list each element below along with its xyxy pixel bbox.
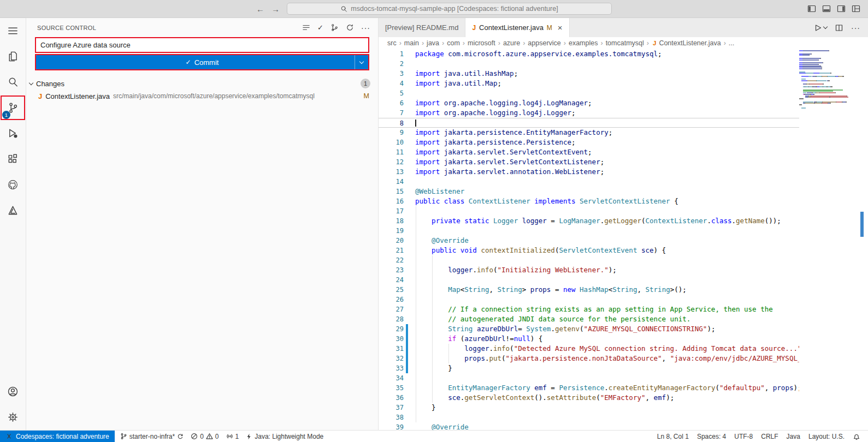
tab-readme-preview[interactable]: [Preview] README.md [379, 18, 465, 37]
code-line-39[interactable]: 39 @Override [379, 422, 799, 430]
remote-indicator[interactable]: Codespaces: fictional adventure [0, 431, 115, 442]
code-line-22[interactable]: 22 [379, 255, 799, 265]
code-line-25[interactable]: 25 Map<String, String> props = new HashM… [379, 285, 799, 295]
toggle-sidebar-icon[interactable] [807, 4, 816, 13]
java-mode-status[interactable]: Java: Lightweight Mode [246, 433, 323, 440]
minimap[interactable] [799, 49, 860, 430]
activity-run-debug[interactable] [0, 121, 26, 146]
code-line-4[interactable]: 4import java.util.Map; [379, 79, 799, 88]
back-button[interactable]: ← [256, 4, 264, 14]
encoding[interactable]: UTF-8 [734, 433, 753, 440]
cursor-position[interactable]: Ln 8, Col 1 [657, 433, 689, 440]
editor-more-actions-icon[interactable]: ··· [851, 23, 860, 32]
breadcrumb-separator: › [599, 39, 604, 47]
view-as-list-icon[interactable] [302, 23, 310, 32]
breadcrumb-item[interactable]: appservice [528, 39, 560, 47]
code-line-7[interactable]: 7import org.apache.logging.log4j.Logger; [379, 108, 799, 118]
code-line-14[interactable]: 14 [379, 177, 799, 187]
breadcrumb-item[interactable]: examples [569, 39, 598, 47]
toggle-secondary-sidebar-icon[interactable] [837, 4, 846, 13]
commit-dropdown[interactable] [355, 55, 368, 69]
activity-github[interactable] [0, 172, 26, 198]
notifications-bell-icon[interactable] [853, 433, 860, 440]
code-line-18[interactable]: 18 private static Logger logger = LogMan… [379, 216, 799, 226]
code-line-16[interactable]: 16public class ContextListener implement… [379, 196, 799, 206]
code-line-35[interactable]: 35 EntityManagerFactory emf = Persistenc… [379, 383, 799, 393]
code-line-10[interactable]: 10import jakarta.persistence.Persistence… [379, 138, 799, 147]
scrollbar[interactable] [860, 49, 868, 430]
code-line-38[interactable]: 38 [379, 413, 799, 422]
code-line-24[interactable]: 24 [379, 275, 799, 285]
code-line-33[interactable]: 33 } [379, 363, 799, 373]
split-editor-button[interactable] [835, 23, 843, 32]
code-line-36[interactable]: 36 sce.getServletContext().setAttribute(… [379, 393, 799, 403]
code-editor[interactable]: 1package com.microsoft.azure.appservice.… [379, 49, 868, 430]
more-actions-icon[interactable]: ··· [361, 23, 370, 32]
customize-layout-icon[interactable] [852, 4, 860, 13]
breadcrumb-item[interactable]: main [404, 39, 419, 47]
problems-status[interactable]: 0 0 [191, 433, 219, 440]
code-line-6[interactable]: 6import org.apache.logging.log4j.LogMana… [379, 98, 799, 108]
forward-button[interactable]: → [271, 4, 280, 14]
code-line-26[interactable]: 26 [379, 295, 799, 304]
code-line-21[interactable]: 21 public void contextInitialized(Servle… [379, 246, 799, 255]
toggle-panel-icon[interactable] [822, 4, 831, 13]
account-button[interactable] [0, 379, 26, 404]
activity-explorer[interactable] [0, 44, 26, 69]
breadcrumb-item[interactable]: ... [729, 39, 734, 47]
code-line-29[interactable]: 29 String azureDbUrl= System.getenv("AZU… [379, 324, 799, 334]
eol-selector[interactable]: CRLF [761, 433, 778, 440]
code-line-13[interactable]: 13import jakarta.servlet.annotation.WebL… [379, 167, 799, 177]
code-line-11[interactable]: 11import jakarta.servlet.ServletContextE… [379, 147, 799, 157]
language-mode[interactable]: Java [787, 433, 800, 440]
refresh-icon[interactable] [346, 23, 354, 32]
breadcrumb-item[interactable]: com [447, 39, 460, 47]
breadcrumb-item[interactable]: tomcatmysql [606, 39, 644, 47]
keyboard-layout[interactable]: Layout: U.S. [808, 433, 845, 440]
code-line-30[interactable]: 30 if (azureDbUrl!=null) { [379, 334, 799, 344]
commit-message-input[interactable] [36, 38, 368, 52]
code-line-34[interactable]: 34 [379, 373, 799, 383]
activity-source-control[interactable]: 1 [0, 95, 26, 121]
ports-status[interactable]: 1 [226, 433, 239, 440]
breadcrumb-item[interactable]: azure [503, 39, 520, 47]
code-line-23[interactable]: 23 logger.info("Initializing WebListener… [379, 265, 799, 275]
menu-button[interactable] [0, 18, 26, 44]
breadcrumb-item[interactable]: ContextListener.java [659, 39, 721, 47]
code-line-3[interactable]: 3import java.util.HashMap; [379, 69, 799, 79]
code-line-32[interactable]: 32 props.put("jakarta.persistence.nonJta… [379, 354, 799, 363]
code-line-27[interactable]: 27 // If a connection string exists as a… [379, 304, 799, 314]
code-line-2[interactable]: 2 [379, 59, 799, 69]
code-line-15[interactable]: 15@WebListener [379, 187, 799, 196]
code-line-5[interactable]: 5 [379, 88, 799, 98]
editor-group: [Preview] README.md J ContextListener.ja… [379, 18, 868, 430]
activity-search[interactable] [0, 69, 26, 95]
indentation[interactable]: Spaces: 4 [697, 433, 726, 440]
branch-status[interactable]: starter-no-infra* [120, 433, 184, 440]
activity-azure[interactable] [0, 198, 26, 223]
activity-extensions[interactable] [0, 146, 26, 172]
code-line-8[interactable]: 8 [379, 118, 799, 128]
code-line-17[interactable]: 17 [379, 206, 799, 216]
commit-check-icon[interactable]: ✓ [317, 23, 323, 32]
commit-button[interactable]: ✓ Commit [36, 55, 368, 69]
settings-button[interactable] [0, 404, 26, 430]
breadcrumb-item[interactable]: src [387, 39, 397, 47]
tab-contextlistener[interactable]: J ContextListener.java M × [465, 18, 569, 37]
code-line-19[interactable]: 19 [379, 226, 799, 236]
commit-graph-icon[interactable] [330, 23, 339, 32]
code-line-28[interactable]: 28 // autogenerated JNDI data source for… [379, 314, 799, 324]
breadcrumb-item[interactable]: java [427, 39, 439, 47]
run-java-button[interactable] [813, 23, 827, 32]
code-line-20[interactable]: 20 @Override [379, 236, 799, 246]
code-line-31[interactable]: 31 logger.info("Detected Azure MySQL con… [379, 344, 799, 354]
breadcrumb-item[interactable]: microsoft [468, 39, 495, 47]
changes-section-header[interactable]: Changes 1 [26, 77, 378, 89]
code-line-1[interactable]: 1package com.microsoft.azure.appservice.… [379, 49, 799, 59]
code-line-12[interactable]: 12import jakarta.servlet.ServletContextL… [379, 157, 799, 167]
command-center-search[interactable]: msdocs-tomcat-mysql-sample-app [Codespac… [287, 3, 612, 15]
changed-file-row[interactable]: J ContextListener.java src/main/java/com… [26, 89, 378, 103]
code-line-37[interactable]: 37 } [379, 403, 799, 413]
close-tab-icon[interactable]: × [558, 23, 563, 32]
code-line-9[interactable]: 9import jakarta.persistence.EntityManage… [379, 128, 799, 138]
